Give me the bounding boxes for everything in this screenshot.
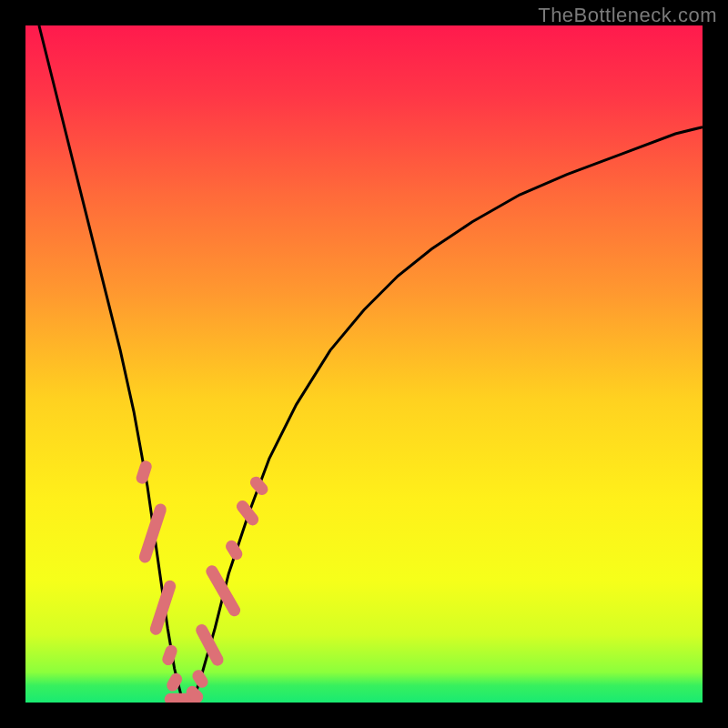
bottleneck-chart [25, 25, 703, 703]
watermark-text: TheBottleneck.com [538, 4, 717, 27]
chart-frame [25, 25, 703, 703]
gradient-background [25, 25, 703, 703]
